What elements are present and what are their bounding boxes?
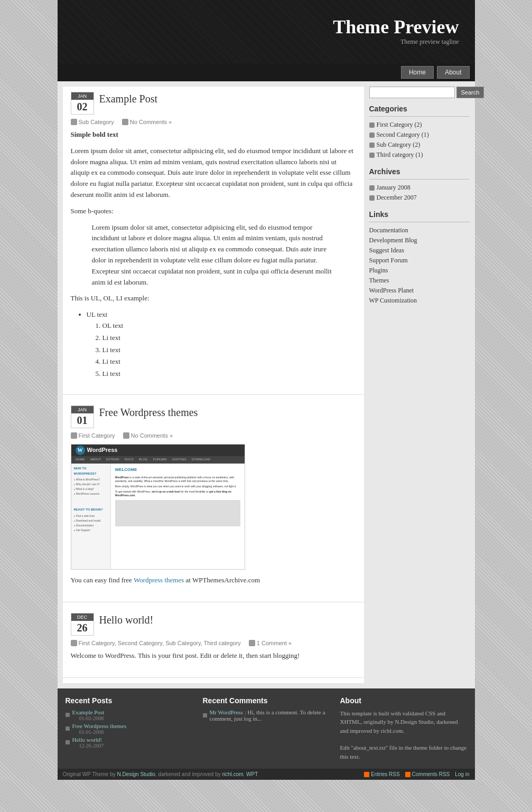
bullet-icon xyxy=(369,153,375,158)
body-para1: Lorem ipsum dolor sit amet, consectetur … xyxy=(71,146,356,201)
about-text: This template is built with validated CS… xyxy=(340,709,467,735)
list-item: Development Blog xyxy=(369,235,470,246)
bquotes-label: Some b-quotes: xyxy=(71,206,356,217)
list-item: Sub Category (2) xyxy=(369,140,470,150)
link-documentation[interactable]: Documentation xyxy=(369,226,408,234)
categories-heading: Categories xyxy=(369,105,470,113)
login-link[interactable]: Log in xyxy=(455,771,469,777)
links-divider xyxy=(369,222,470,222)
nav-about[interactable]: About xyxy=(437,66,469,79)
list-item: Free Wordpress themes 01-01-2008 xyxy=(66,723,192,735)
link-wp-customization[interactable]: WP Customization xyxy=(369,297,417,305)
links-heading: Links xyxy=(369,210,470,219)
archives-heading: Archives xyxy=(369,167,470,176)
site-tagline: Theme preview tagline xyxy=(68,38,464,46)
post-comments: No Comments » xyxy=(122,119,172,125)
post-day-3: 26 xyxy=(71,621,94,635)
post-meta: Sub Category No Comments » xyxy=(71,119,356,125)
link-dev-blog[interactable]: Development Blog xyxy=(369,237,417,244)
post-icon xyxy=(66,726,70,731)
list-item: WP Customization xyxy=(369,296,470,306)
archive-link[interactable]: December 2007 xyxy=(377,194,417,202)
archives-list: January 2008 December 2007 xyxy=(369,183,470,203)
footer-bottom: Original WP Theme by N.Design Studio, da… xyxy=(58,769,475,780)
list-item: Example Post 01-02-2008 xyxy=(66,709,192,721)
links-widget: Links Documentation Development Blog Sug… xyxy=(369,210,470,306)
post-header-2: JAN 01 Free Wordpress themes xyxy=(71,405,356,428)
recent-comments-heading: Recent Comments xyxy=(203,696,330,705)
comment-author[interactable]: Mr WordPress xyxy=(210,709,243,715)
post-meta-2: First Category No Comments » xyxy=(71,432,356,439)
categories-divider xyxy=(369,116,470,117)
categories-widget: Categories First Category (2) Second Cat… xyxy=(369,105,470,160)
list-item: Themes xyxy=(369,276,470,286)
link-support-forum[interactable]: Support Forum xyxy=(369,257,408,265)
category-icon-3 xyxy=(71,640,77,646)
search-input[interactable] xyxy=(369,87,455,98)
mockup-header: W WordPress xyxy=(71,445,245,456)
categories-list: First Category (2) Second Category (1) S… xyxy=(369,120,470,160)
archive-link[interactable]: January 2008 xyxy=(377,184,410,192)
richl-link[interactable]: richl.com xyxy=(222,771,244,777)
post-title[interactable]: Example Post xyxy=(99,93,158,105)
ol-item: OL text xyxy=(102,320,356,332)
search-button[interactable]: Search xyxy=(456,87,484,98)
post-month: JAN xyxy=(71,92,94,100)
links-list: Documentation Development Blog Suggest I… xyxy=(369,225,470,306)
comment-icon-footer xyxy=(203,713,207,717)
mockup-main: WELCOME WordPress is a state-of-the-art … xyxy=(111,464,245,569)
wpt-link[interactable]: WPT xyxy=(246,771,258,777)
list-item: First Category (2) xyxy=(369,120,470,130)
category-link[interactable]: Sub Category (2) xyxy=(377,141,421,149)
recent-post-date-3: 12-26-2007 xyxy=(79,743,104,749)
post-day-2: 01 xyxy=(71,413,94,428)
link-suggest-ideas[interactable]: Suggest Ideas xyxy=(369,247,404,254)
list-item: Second Category (1) xyxy=(369,130,470,140)
category-link[interactable]: Third category (1) xyxy=(377,151,423,159)
post-title-2[interactable]: Free Wordpress themes xyxy=(99,407,198,419)
post-content-3: Welcome to WordPress. This is your first… xyxy=(71,650,356,662)
recent-post-link-1[interactable]: Example Post xyxy=(72,709,105,715)
link-themes[interactable]: Themes xyxy=(369,277,389,285)
recent-post-link-3[interactable]: Hello world! xyxy=(72,737,102,743)
category-link[interactable]: First Category (2) xyxy=(377,121,422,129)
archives-divider xyxy=(369,179,470,180)
post-day: 02 xyxy=(71,100,94,114)
list-item: Hello world! 12-26-2007 xyxy=(66,737,192,749)
recent-posts-widget: Recent Posts Example Post 01-02-2008 Fre… xyxy=(66,696,192,761)
bullet-icon xyxy=(369,143,375,148)
nav-home[interactable]: Home xyxy=(401,66,434,79)
link-plugins[interactable]: Plugins xyxy=(369,267,388,275)
footer-credit: Original WP Theme by N.Design Studio, da… xyxy=(63,771,258,777)
recent-post-date-2: 01-01-2008 xyxy=(79,729,127,735)
comments-rss-link[interactable]: Comments RSS xyxy=(405,771,450,777)
site-title: Theme Preview xyxy=(68,16,464,38)
entries-rss-link[interactable]: Entries RSS xyxy=(364,771,399,777)
category-link[interactable]: Second Category (1) xyxy=(377,131,429,139)
search-widget: Search xyxy=(369,87,470,98)
about-widget: About This template is built with valida… xyxy=(340,696,467,761)
recent-comments-widget: Recent Comments Mr WordPress : Hi, this … xyxy=(203,696,330,761)
mockup-logo: W WordPress xyxy=(76,446,118,455)
ndesign-link[interactable]: N.Design Studio xyxy=(117,771,155,777)
main-content-area: JAN 02 Example Post Sub Category No Comm… xyxy=(58,81,475,688)
link-wp-planet[interactable]: WordPress Planet xyxy=(369,287,414,295)
wordpress-themes-link[interactable]: Wordpress themes xyxy=(134,576,184,584)
recent-post-link-2[interactable]: Free Wordpress themes xyxy=(72,723,127,729)
list-label: This is UL, OL, LI example: xyxy=(71,293,356,304)
about-heading: About xyxy=(340,696,467,705)
footer-rss-links: Entries RSS Comments RSS Log in xyxy=(364,771,469,777)
post-icon xyxy=(66,740,70,744)
li-item-3: Li text xyxy=(102,356,356,367)
post-header-3: DEC 26 Hello world! xyxy=(71,613,356,636)
mockup-thumbnail xyxy=(115,500,240,526)
post-title-3[interactable]: Hello world! xyxy=(99,614,154,626)
post-category-2: First Category xyxy=(71,432,115,439)
content-area: JAN 02 Example Post Sub Category No Comm… xyxy=(63,87,364,683)
mockup-sidebar: NEW TO WORDPRESS? » What is WordPress? »… xyxy=(71,464,111,569)
list-item: Third category (1) xyxy=(369,150,470,160)
post-content-2: W WordPress HOME ABOUT EXTEND DOCS BLOG … xyxy=(71,444,356,586)
comment-icon xyxy=(122,119,128,125)
wp-circle-icon: W xyxy=(76,446,85,455)
list-item: Mr WordPress : Hi, this is a comment. To… xyxy=(203,709,330,722)
